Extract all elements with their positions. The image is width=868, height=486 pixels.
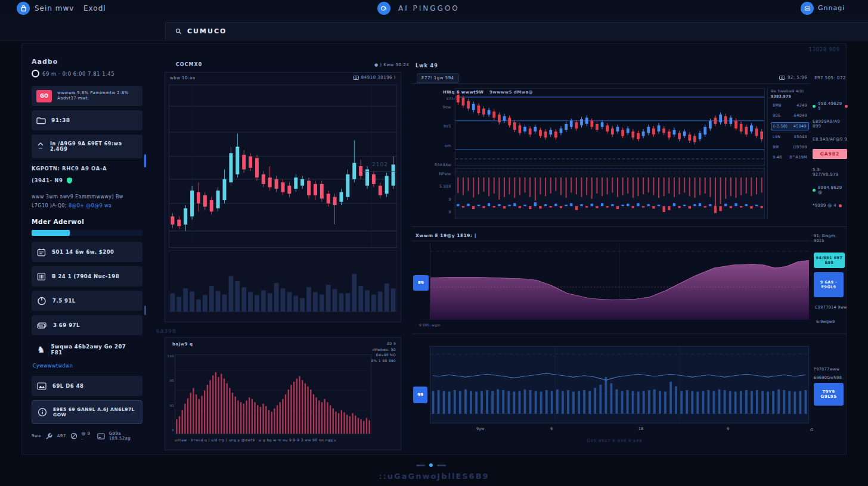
x-tick: 9 — [550, 426, 553, 431]
sidebar-item-label: E9E5 69 GAN9L A.6J AN6L97L GOW — [53, 407, 137, 418]
power-icon — [37, 296, 46, 306]
flow-footer-text: G95 99a7 6-998 9'a99 — [531, 438, 698, 443]
ladder-row[interactable]: L9N85048 — [771, 133, 809, 141]
detail-candlestick-chart[interactable] — [455, 88, 765, 166]
ladder-row-highlighted[interactable]: (-3.58)45049 — [771, 122, 809, 130]
sidebar-text-line-2: (3941- N9 — [32, 177, 142, 184]
line4-link[interactable]: 8@0+ @0@9 wa — [69, 203, 111, 208]
detail-histogram-chart[interactable] — [455, 168, 765, 219]
watchlist-item[interactable]: E8999A9/A9 899 — [813, 119, 847, 129]
price-ladder: 9w 5wwbw9 4(0) 9383.979 8M94249 90564049… — [767, 88, 809, 219]
secondary-bar: CUMUCO — [0, 18, 868, 41]
divider — [412, 241, 810, 241]
ladder-label: 905 — [773, 113, 780, 118]
progress-fill — [32, 230, 70, 236]
detail-cam-label[interactable]: 92: 5:96 — [779, 75, 807, 80]
oscillator-card: bajw9 q 80 9 dPwbwa. 50 6wa9E NO 8% 1 98… — [165, 337, 401, 450]
watchlist-item[interactable]: 5.3-927/V0.979 — [813, 167, 847, 177]
sidebar-text-line-4: L7G10 )A-Q0; 8@0+ @0@9 wa — [32, 203, 142, 208]
watchlist-item[interactable]: *9999 @ 4 — [813, 203, 847, 208]
ladder-header: 9w 5wwbw9 4(0) 9383.979 — [771, 88, 809, 99]
histogram-chart[interactable] — [175, 354, 371, 434]
area-chart[interactable] — [430, 244, 809, 320]
wrench-icon[interactable] — [45, 432, 53, 440]
watchlist-label: 8984 8629 @ — [818, 185, 847, 195]
watchlist-label: E8.9A9/AF@9 9 — [813, 137, 847, 142]
y-tick: 5.988 — [424, 184, 451, 189]
center-app-icon[interactable] — [377, 2, 390, 15]
sidebar-scrollbar-thumb-2[interactable] — [144, 306, 146, 315]
content-corner-label: 13028 909 — [809, 47, 840, 52]
sidebar-item-power[interactable]: 7.5 91L — [32, 291, 142, 311]
sidebar-item-bank[interactable]: B 24 1 (7904 Nuc-198 — [32, 266, 142, 286]
topbar-right-label[interactable]: Gnnagi — [818, 4, 845, 12]
flow-chart-badge[interactable]: 99 — [413, 387, 427, 403]
sidebar-line2-text: (3941- N9 — [32, 177, 63, 183]
sidebar-heading: Mder Aderwol — [32, 218, 142, 225]
y-tick: 9ow — [424, 105, 451, 110]
trade-button[interactable]: 9 6A9 · E9GL9 — [814, 272, 844, 297]
watchlist-header: E97 505: 072 — [814, 76, 846, 80]
x-tick: 18 — [638, 426, 643, 431]
y-tick: NPww — [424, 172, 451, 176]
bank-icon — [37, 272, 46, 281]
sidebar-link[interactable]: Cywwwwtwdwn — [33, 363, 142, 369]
main-volume-chart[interactable] — [169, 250, 397, 312]
area-link[interactable]: C9977014 9ww — [815, 305, 847, 310]
ladder-row[interactable]: 90564049 — [771, 112, 809, 119]
page-dash-1[interactable] — [416, 465, 425, 466]
ladder-value: 45049 — [793, 124, 807, 129]
messages-icon[interactable] — [801, 2, 814, 15]
promo-card[interactable]: GO wwwww 5.8% Pamimmtw 2.8% Aadvt37 mwt. — [32, 86, 142, 106]
card-icon[interactable] — [97, 433, 105, 440]
ladder-value: ()9399 — [793, 145, 807, 149]
chart-header-right[interactable]: 84910 30196 ) — [353, 75, 396, 80]
topbar-brand[interactable]: Sein mwv — [35, 4, 74, 13]
detail-cam-text: 92: 5:96 — [788, 75, 807, 80]
watchlist-item[interactable]: 8984 8629 @ — [813, 185, 847, 195]
sidebar-scrollbar-thumb[interactable] — [144, 154, 146, 167]
main-chart-card: wbw 10:aa 84910 30196 ) 2102 — [165, 72, 401, 322]
search-input[interactable]: CUMUCO — [165, 22, 868, 40]
topbar-menu-item[interactable]: Exodl — [83, 4, 106, 13]
account-summary-row: 69 m · 0:0 6:00 7.81 1.45 — [32, 70, 142, 77]
area-chart-badge[interactable]: E9 — [413, 275, 429, 291]
balance-card[interactable]: In /A9G9 9A 69ET 69:wa 2.4G9 — [32, 135, 142, 158]
app-logo-icon[interactable] — [17, 2, 30, 15]
tab-symbol[interactable]: E77! 1gw 594 — [417, 73, 459, 83]
flow-chart[interactable] — [430, 346, 809, 423]
main-candlestick-chart[interactable]: 2102 — [169, 85, 397, 248]
ladder-header-2: 9383.979 — [771, 94, 809, 99]
divider — [412, 83, 810, 84]
time-card[interactable]: 91:38 — [32, 110, 142, 130]
chart-timeframe-label[interactable]: wbw 10:aa — [170, 76, 195, 80]
x-tick: 9yw — [476, 426, 484, 431]
footer-label-a: 9wa — [32, 434, 41, 438]
watchlist-item[interactable]: E8.9A9/AF@9 9 — [813, 137, 847, 142]
sidebar-item-info[interactable]: E9E5 69 GAN9L A.6J AN6L97L GOW — [32, 400, 142, 424]
page-dash-2[interactable] — [437, 465, 446, 466]
sidebar-item-chart[interactable]: 69L D6 48 — [32, 376, 142, 396]
sidebar-item-label: 5wqwa 46b2awy Go 207 F81 — [51, 344, 137, 356]
page-dot-active[interactable] — [429, 463, 433, 467]
readout-line-4: 8% 1 98 890 — [371, 358, 396, 364]
up-dot-icon — [813, 105, 816, 108]
camera-icon — [353, 75, 359, 80]
prohibit-icon[interactable] — [70, 432, 78, 440]
ladder-label: 8M9 — [773, 103, 782, 108]
buy-button[interactable]: 94/891 697 E98 — [814, 253, 845, 268]
oscillator-y-axis: 199 95 91 9 — [167, 354, 174, 432]
watchlist-item[interactable]: 958.49629 9 — [813, 101, 847, 111]
ladder-row[interactable]: 9M()9399 — [771, 144, 809, 151]
sidebar-item-calendar[interactable]: S01 14 6w 6w. $200 — [32, 242, 142, 262]
sidebar-item-cards[interactable]: 3 69 97L — [32, 315, 142, 335]
take-button[interactable]: T9Y9 G9L95 — [814, 383, 844, 406]
status-ring-icon — [32, 70, 39, 77]
ladder-row[interactable]: 9.488^A19M — [771, 154, 809, 161]
oscillator-header: bajw9 q — [172, 342, 193, 347]
ladder-row[interactable]: 8M94249 — [771, 102, 809, 109]
sell-button[interactable]: GA982 — [813, 149, 847, 159]
watchlist-label: E8999A9/A9 899 — [813, 119, 847, 129]
flow-rail-text-1: P97077www — [814, 367, 839, 372]
sidebar-item-knight[interactable]: ♞ 5wqwa 46b2awy Go 207 F81 — [32, 339, 142, 360]
